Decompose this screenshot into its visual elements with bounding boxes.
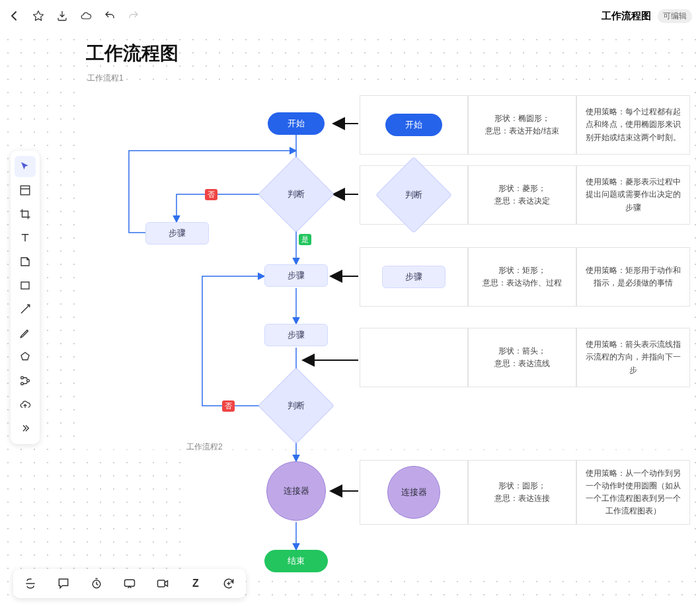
step-node-1[interactable]: 步骤	[264, 264, 328, 287]
legend-step-shape: 形状：矩形；	[498, 264, 546, 277]
bottom-toolbar: Z	[13, 569, 246, 598]
header-right: 工作流程图 可编辑	[602, 9, 692, 23]
legend-step-sample: 步骤	[382, 266, 446, 288]
redo-icon	[127, 9, 140, 22]
z-tool[interactable]: Z	[185, 573, 206, 594]
start-node[interactable]: 开始	[268, 112, 325, 135]
header: 工作流程图 可编辑	[0, 0, 700, 32]
svg-point-17	[27, 379, 30, 382]
cloud-upload-tool[interactable]	[15, 394, 36, 415]
legend-step-meaning: 意思：表达动作、过程	[483, 277, 562, 289]
svg-rect-21	[158, 580, 165, 587]
comment-tool[interactable]	[53, 573, 74, 594]
svg-point-18	[21, 383, 24, 385]
svg-rect-12	[20, 186, 30, 195]
sticky-tool[interactable]	[15, 251, 36, 272]
text-tool[interactable]	[15, 227, 36, 248]
star-icon[interactable]	[32, 9, 45, 22]
refresh-add-tool[interactable]	[218, 573, 239, 594]
chat-tool[interactable]	[119, 573, 140, 594]
strikethrough-tool[interactable]	[20, 573, 41, 594]
frame-tool[interactable]	[15, 180, 36, 201]
doc-title: 工作流程图	[602, 10, 651, 22]
edge-label-yes: 是	[299, 234, 311, 245]
end-node[interactable]: 结束	[264, 550, 328, 572]
pen-tool[interactable]	[15, 322, 36, 344]
legend-start-meaning: 意思：表达开始/结束	[485, 125, 559, 137]
back-icon[interactable]	[8, 9, 21, 22]
connector-tool[interactable]	[15, 370, 36, 391]
video-tool[interactable]	[152, 573, 173, 594]
left-toolbar	[11, 151, 40, 444]
legend-row-arrow: 形状：箭头； 意思：表达流线 使用策略：箭头表示流线指示流程的方向，并指向下一步	[360, 328, 690, 387]
more-tools[interactable]	[15, 418, 36, 439]
polygon-tool[interactable]	[15, 346, 36, 367]
legend-judge-meaning: 意思：表达决定	[494, 195, 550, 208]
header-left	[8, 9, 140, 22]
editable-badge: 可编辑	[658, 9, 692, 23]
legend-connector-sample: 连接器	[387, 466, 440, 519]
svg-rect-20	[125, 580, 135, 586]
svg-point-16	[21, 377, 24, 379]
download-icon[interactable]	[56, 9, 69, 22]
legend-start-strategy: 使用策略：每个过程都有起点和终点，使用椭圆形来识别开始或结束这两个时刻。	[582, 106, 684, 144]
pointer-tool[interactable]	[15, 156, 36, 177]
legend-connector-strategy: 使用策略：从一个动作到另一个动作时使用圆圈（如从一个工作流程图表到另一个工作流程…	[582, 467, 684, 518]
legend-arrow-shape: 形状：箭头；	[498, 345, 546, 358]
legend-row-step: 步骤 形状：矩形； 意思：表达动作、过程 使用策略：矩形用于动作和指示，是必须做…	[360, 247, 690, 307]
legend-arrow-meaning: 意思：表达流线	[494, 358, 550, 370]
line-tool[interactable]	[15, 299, 36, 320]
decision-node-1[interactable]: 判断	[260, 171, 332, 217]
legend-start-sample: 开始	[385, 114, 442, 136]
svg-line-15	[21, 305, 29, 313]
section-1-label: 工作流程1	[87, 73, 124, 84]
legend-connector-meaning: 意思：表达连接	[494, 492, 550, 505]
edge-label-no-1: 否	[205, 189, 217, 200]
legend-arrow-strategy: 使用策略：箭头表示流线指示流程的方向，并指向下一步	[582, 338, 684, 377]
page-title: 工作流程图	[86, 41, 178, 66]
undo-icon[interactable]	[103, 9, 116, 22]
legend-step-strategy: 使用策略：矩形用于动作和指示，是必须做的事情	[582, 264, 684, 289]
legend-start-shape: 形状：椭圆形；	[494, 112, 550, 125]
timer-tool[interactable]	[86, 573, 107, 594]
canvas[interactable]: 工作流程图 工作流程1 工作流程2	[0, 32, 700, 606]
legend-row-connector: 连接器 形状：圆形； 意思：表达连接 使用策略：从一个动作到另一个动作时使用圆圈…	[360, 460, 690, 525]
rectangle-tool[interactable]	[15, 275, 36, 296]
legend-row-judge: 判断 形状：菱形； 意思：表达决定 使用策略：菱形表示过程中提出问题或需要作出决…	[360, 165, 690, 225]
legend-row-start: 开始 形状：椭圆形； 意思：表达开始/结束 使用策略：每个过程都有起点和终点，使…	[360, 95, 690, 155]
step-node-2[interactable]: 步骤	[264, 324, 328, 346]
legend-judge-sample: 判断	[378, 172, 449, 217]
legend-judge-strategy: 使用策略：菱形表示过程中提出问题或需要作出决定的步骤	[582, 176, 684, 214]
crop-tool[interactable]	[15, 204, 36, 225]
decision-node-2[interactable]: 判断	[260, 383, 332, 429]
step-node-left[interactable]: 步骤	[145, 222, 209, 245]
svg-rect-14	[21, 282, 29, 289]
legend-judge-shape: 形状：菱形；	[498, 182, 546, 195]
cloud-icon[interactable]	[79, 9, 93, 22]
edge-label-no-2: 否	[222, 400, 235, 412]
connector-node[interactable]: 连接器	[266, 461, 326, 521]
section-2-label: 工作流程2	[186, 441, 223, 453]
legend-connector-shape: 形状：圆形；	[498, 480, 546, 492]
legend-arrow-sample	[360, 328, 468, 387]
